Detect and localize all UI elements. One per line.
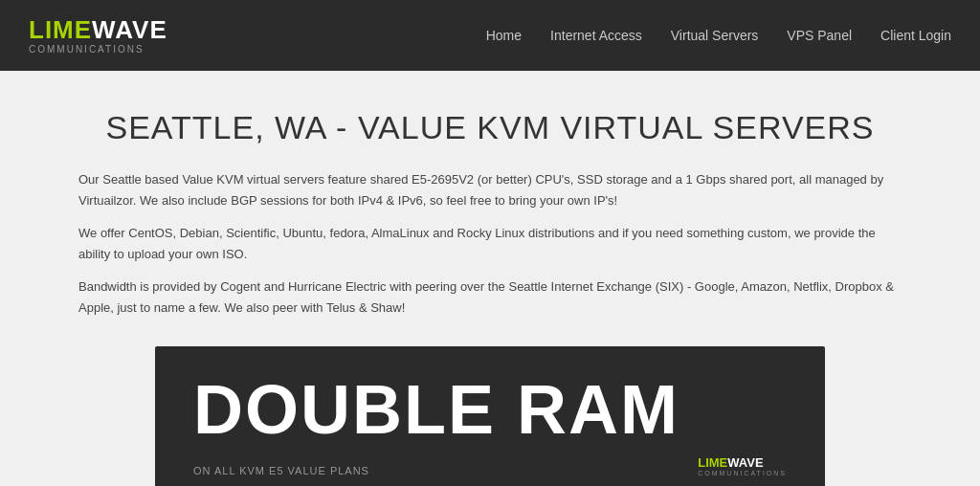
nav-internet-access[interactable]: Internet Access <box>550 28 642 43</box>
promo-logo: LIMEWAVE Communications <box>698 455 787 476</box>
logo: LIMEWAVE Communications <box>29 17 167 55</box>
description-paragraph-3: Bandwidth is provided by Cogent and Hurr… <box>78 276 902 319</box>
promo-logo-wave: WAVE <box>727 455 763 470</box>
main-nav: Home Internet Access Virtual Servers VPS… <box>486 28 951 43</box>
nav-home[interactable]: Home <box>486 28 522 43</box>
logo-text: LIMEWAVE <box>29 17 167 42</box>
promo-banner: DOUBLE RAM ON ALL KVM E5 VALUE PLANS LIM… <box>155 346 825 486</box>
nav-virtual-servers[interactable]: Virtual Servers <box>671 28 759 43</box>
logo-wave: WAVE <box>92 15 167 44</box>
description-paragraph-1: Our Seattle based Value KVM virtual serv… <box>78 169 902 211</box>
promo-sub-text: ON ALL KVM E5 VALUE PLANS <box>193 465 369 476</box>
logo-sub: Communications <box>29 44 145 55</box>
logo-lime: LIME <box>29 15 92 44</box>
promo-logo-text: LIMEWAVE <box>698 455 763 470</box>
promo-sub-row: ON ALL KVM E5 VALUE PLANS LIMEWAVE Commu… <box>193 455 787 476</box>
promo-logo-lime: LIME <box>698 455 727 470</box>
page-title: SEATTLE, WA - VALUE KVM VIRTUAL SERVERS <box>78 109 902 146</box>
promo-logo-sub: Communications <box>698 470 787 476</box>
description-paragraph-2: We offer CentOS, Debian, Scientific, Ubu… <box>78 223 902 265</box>
main-content: SEATTLE, WA - VALUE KVM VIRTUAL SERVERS … <box>59 71 921 486</box>
promo-main-text: DOUBLE RAM <box>193 375 787 444</box>
nav-client-login[interactable]: Client Login <box>880 28 951 43</box>
nav-vps-panel[interactable]: VPS Panel <box>787 28 852 43</box>
header: LIMEWAVE Communications Home Internet Ac… <box>0 0 980 71</box>
